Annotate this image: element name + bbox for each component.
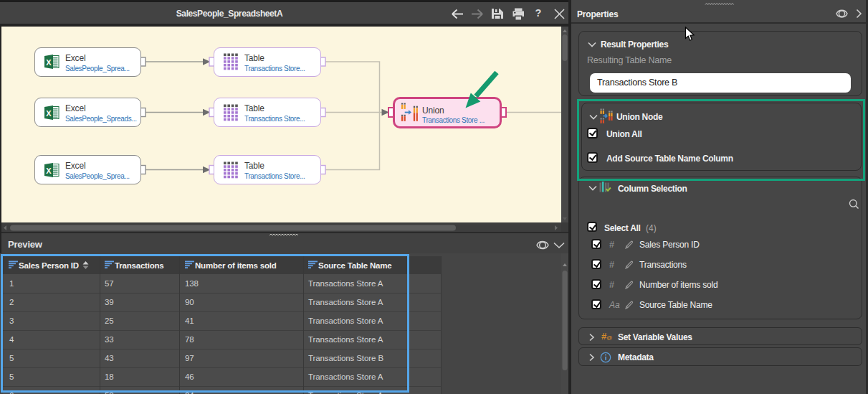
svg-text:X: X (46, 108, 52, 117)
svg-text:X: X (46, 166, 52, 174)
svg-text:X: X (46, 58, 52, 67)
